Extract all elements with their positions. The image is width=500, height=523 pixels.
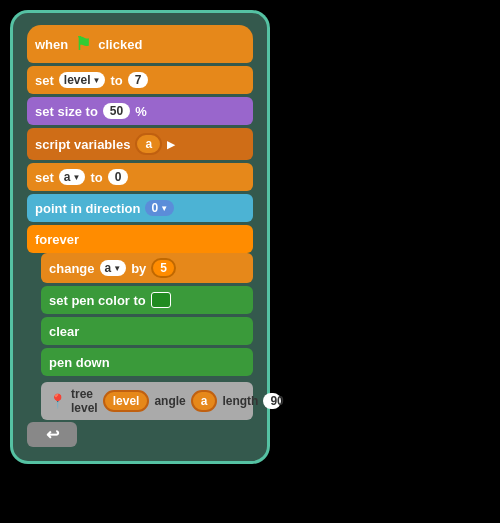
size-value[interactable]: 50	[103, 103, 130, 119]
clicked-label: clicked	[98, 37, 142, 52]
angle-label: angle	[154, 394, 185, 408]
level-value[interactable]: 7	[128, 72, 149, 88]
tree-block: 📍 tree level level angle a length 90	[41, 382, 253, 420]
set-pen-label: set pen color to	[49, 293, 146, 308]
return-arrow: ↩	[46, 425, 59, 444]
scratch-script: when ⚑ clicked set level to 7 set size t…	[10, 10, 270, 464]
forever-block: forever	[27, 225, 253, 253]
pen-color-swatch[interactable]	[151, 292, 171, 308]
a-value[interactable]: 0	[108, 169, 129, 185]
by-label: by	[131, 261, 146, 276]
change-value[interactable]: 5	[151, 258, 176, 278]
a-dropdown[interactable]: a	[59, 169, 86, 185]
script-variables-block: script variables a ▶	[27, 128, 253, 160]
pin-icon: 📍	[49, 393, 66, 409]
length-label: length	[222, 394, 258, 408]
percent-label: %	[135, 104, 147, 119]
pen-down-block: pen down	[41, 348, 253, 376]
forever-end-cap: ↩	[27, 422, 77, 447]
when-flag-clicked-block: when ⚑ clicked	[27, 25, 253, 63]
direction-dropdown[interactable]: 0	[145, 200, 174, 216]
clear-block: clear	[41, 317, 253, 345]
var-a-oval[interactable]: a	[135, 133, 162, 155]
set-size-block: set size to 50 %	[27, 97, 253, 125]
change-label: change	[49, 261, 95, 276]
to2-label: to	[90, 170, 102, 185]
point-direction-block: point in direction 0	[27, 194, 253, 222]
tree-label: tree level	[71, 387, 98, 415]
set-a-block: set a to 0	[27, 163, 253, 191]
point-label: point in direction	[35, 201, 140, 216]
pen-down-label: pen down	[49, 355, 110, 370]
when-label: when	[35, 37, 68, 52]
set-size-label: set size to	[35, 104, 98, 119]
set-label: set	[35, 73, 54, 88]
clear-label: clear	[49, 324, 79, 339]
flag-icon: ⚑	[75, 33, 91, 55]
forever-label: forever	[35, 232, 79, 247]
triangle-icon: ▶	[167, 139, 175, 150]
set-level-block: set level to 7	[27, 66, 253, 94]
change-a-block: change a by 5	[41, 253, 253, 283]
forever-wrapper: forever change a by 5 set pen color to c…	[27, 225, 253, 447]
change-a-dropdown[interactable]: a	[100, 260, 127, 276]
script-vars-label: script variables	[35, 137, 130, 152]
set-pen-color-block: set pen color to	[41, 286, 253, 314]
a-oval: a	[191, 390, 218, 412]
set-a-label: set	[35, 170, 54, 185]
level-dropdown[interactable]: level	[59, 72, 106, 88]
to-label: to	[110, 73, 122, 88]
length-value[interactable]: 90	[263, 393, 281, 409]
level-oval: level	[103, 390, 150, 412]
forever-inner: change a by 5 set pen color to clear pen…	[41, 253, 253, 420]
